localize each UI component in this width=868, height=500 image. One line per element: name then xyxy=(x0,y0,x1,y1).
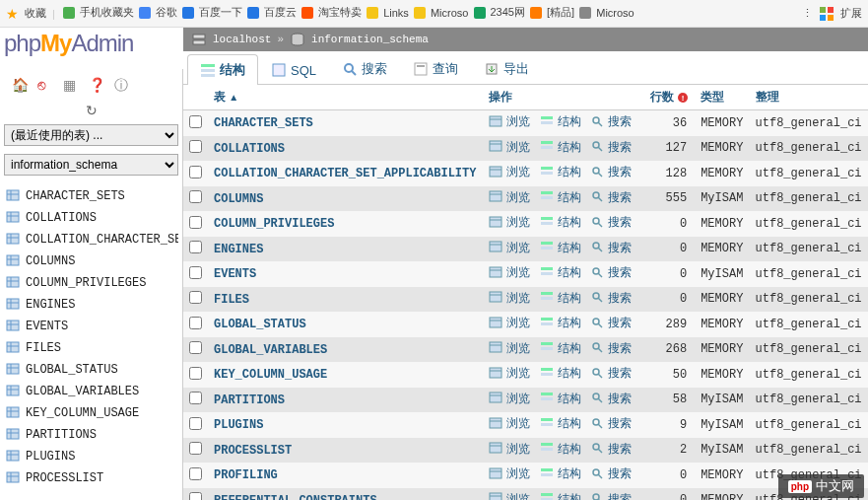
bookmark-item[interactable]: [精品] xyxy=(528,5,574,21)
action-browse[interactable]: 浏览 xyxy=(489,164,530,180)
action-search[interactable]: 搜索 xyxy=(590,139,632,156)
table-name-link[interactable]: PARTITIONS xyxy=(214,393,285,407)
action-structure[interactable]: 结构 xyxy=(540,214,581,231)
tree-table-item[interactable]: COLUMNS xyxy=(4,250,178,272)
action-structure[interactable]: 结构 xyxy=(540,365,581,382)
action-structure[interactable]: 结构 xyxy=(540,290,581,307)
table-name-link[interactable]: EVENTS xyxy=(214,267,256,281)
col-type[interactable]: 类型 xyxy=(695,85,749,110)
extensions-label[interactable]: 扩展 xyxy=(840,6,862,21)
table-name-link[interactable]: PROFILING xyxy=(214,468,278,482)
row-checkbox[interactable] xyxy=(189,216,202,229)
database-select[interactable]: information_schema xyxy=(4,154,178,176)
tree-table-item[interactable]: ENGINES xyxy=(4,294,178,316)
favorites-label[interactable]: 收藏 xyxy=(25,6,46,21)
row-checkbox[interactable] xyxy=(189,492,202,500)
action-browse[interactable]: 浏览 xyxy=(489,240,530,256)
bookmark-item[interactable]: 谷歌 xyxy=(137,5,177,21)
row-checkbox[interactable] xyxy=(189,442,202,455)
action-browse[interactable]: 浏览 xyxy=(489,465,530,482)
action-structure[interactable]: 结构 xyxy=(540,415,581,432)
tree-table-item[interactable]: GLOBAL_STATUS xyxy=(4,359,178,381)
tree-table-item[interactable]: GLOBAL_VARIABLES xyxy=(4,381,178,402)
recent-tables-select[interactable]: (最近使用的表) ... xyxy=(4,124,178,146)
table-name-link[interactable]: ENGINES xyxy=(214,243,263,256)
bookmark-item[interactable]: 百度云 xyxy=(245,5,297,21)
action-search[interactable]: 搜索 xyxy=(590,214,632,231)
favorites-star-icon[interactable]: ★ xyxy=(6,6,19,22)
row-checkbox[interactable] xyxy=(189,266,202,279)
tree-table-item[interactable]: COLLATION_CHARACTER_SET_APPLICABILITY xyxy=(4,229,178,250)
action-structure[interactable]: 结构 xyxy=(540,240,581,256)
tree-table-item[interactable]: PROCESSLIST xyxy=(4,467,178,489)
bookmark-item[interactable]: 2345网 xyxy=(472,5,525,21)
row-checkbox[interactable] xyxy=(189,467,202,480)
tree-table-item[interactable]: FILES xyxy=(4,337,178,359)
row-checkbox[interactable] xyxy=(189,417,202,430)
table-name-link[interactable]: GLOBAL_VARIABLES xyxy=(214,343,327,357)
row-checkbox[interactable] xyxy=(189,241,202,253)
tree-table-item[interactable]: COLUMN_PRIVILEGES xyxy=(4,272,178,294)
action-search[interactable]: 搜索 xyxy=(590,491,632,501)
action-search[interactable]: 搜索 xyxy=(590,365,632,382)
action-structure[interactable]: 结构 xyxy=(540,465,581,482)
action-search[interactable]: 搜索 xyxy=(590,340,632,357)
action-structure[interactable]: 结构 xyxy=(540,491,581,501)
extensions-icon[interactable] xyxy=(819,6,835,22)
action-search[interactable]: 搜索 xyxy=(590,264,632,281)
menu-icon[interactable]: ⋮ xyxy=(802,7,813,20)
table-name-link[interactable]: REFERENTIAL_CONSTRAINTS xyxy=(214,494,377,500)
action-browse[interactable]: 浏览 xyxy=(489,315,530,331)
tab-query[interactable]: 查询 xyxy=(400,53,471,84)
breadcrumb-server[interactable]: localhost xyxy=(213,34,271,45)
bookmark-item[interactable]: 百度一下 xyxy=(180,5,242,21)
col-collation[interactable]: 整理 xyxy=(750,85,868,110)
bookmark-item[interactable]: 手机收藏夹 xyxy=(61,5,134,21)
row-checkbox[interactable] xyxy=(189,140,202,153)
phpmyadmin-logo[interactable]: phpMyAdmin xyxy=(4,30,181,69)
col-name[interactable]: 表 ▲ xyxy=(208,85,483,110)
row-checkbox[interactable] xyxy=(189,190,202,203)
tab-export[interactable]: 导出 xyxy=(471,53,542,84)
bookmark-item[interactable]: 淘宝特卖 xyxy=(300,5,362,21)
action-structure[interactable]: 结构 xyxy=(540,264,581,281)
breadcrumb-database[interactable]: information_schema xyxy=(311,34,429,45)
action-structure[interactable]: 结构 xyxy=(540,164,581,180)
action-search[interactable]: 搜索 xyxy=(590,415,632,432)
action-browse[interactable]: 浏览 xyxy=(489,264,530,281)
table-name-link[interactable]: KEY_COLUMN_USAGE xyxy=(214,368,327,382)
action-search[interactable]: 搜索 xyxy=(590,315,632,331)
action-browse[interactable]: 浏览 xyxy=(489,340,530,357)
action-search[interactable]: 搜索 xyxy=(590,189,632,206)
action-structure[interactable]: 结构 xyxy=(540,189,581,206)
tree-table-item[interactable]: CHARACTER_SETS xyxy=(4,185,178,207)
action-browse[interactable]: 浏览 xyxy=(489,365,530,382)
bookmark-item[interactable]: Microso xyxy=(412,5,469,21)
bookmark-item[interactable]: Links xyxy=(365,5,409,21)
tab-search[interactable]: 搜索 xyxy=(329,53,400,84)
action-browse[interactable]: 浏览 xyxy=(489,441,530,458)
table-name-link[interactable]: COLUMNS xyxy=(214,192,263,206)
action-search[interactable]: 搜索 xyxy=(590,240,632,256)
action-browse[interactable]: 浏览 xyxy=(489,189,530,206)
action-browse[interactable]: 浏览 xyxy=(489,214,530,231)
sql-icon[interactable]: ▦ xyxy=(63,77,79,93)
action-structure[interactable]: 结构 xyxy=(540,340,581,357)
logout-icon[interactable]: ⎋ xyxy=(37,77,53,93)
table-name-link[interactable]: COLLATION_CHARACTER_SET_APPLICABILITY xyxy=(214,167,476,180)
action-search[interactable]: 搜索 xyxy=(590,164,632,180)
tab-sql[interactable]: SQL xyxy=(258,55,329,84)
help-icon[interactable]: ⓘ xyxy=(114,77,130,93)
tab-structure[interactable]: 结构 xyxy=(187,54,258,85)
action-structure[interactable]: 结构 xyxy=(540,391,581,407)
action-browse[interactable]: 浏览 xyxy=(489,491,530,501)
row-checkbox[interactable] xyxy=(189,367,202,380)
table-name-link[interactable]: COLUMN_PRIVILEGES xyxy=(214,217,334,231)
table-name-link[interactable]: COLLATIONS xyxy=(214,142,285,156)
home-icon[interactable]: 🏠 xyxy=(12,77,28,93)
tree-table-item[interactable]: EVENTS xyxy=(4,316,178,337)
refresh-icon[interactable]: ↻ xyxy=(4,101,178,120)
tree-table-item[interactable]: COLLATIONS xyxy=(4,207,178,229)
action-browse[interactable]: 浏览 xyxy=(489,415,530,432)
action-search[interactable]: 搜索 xyxy=(590,290,632,307)
